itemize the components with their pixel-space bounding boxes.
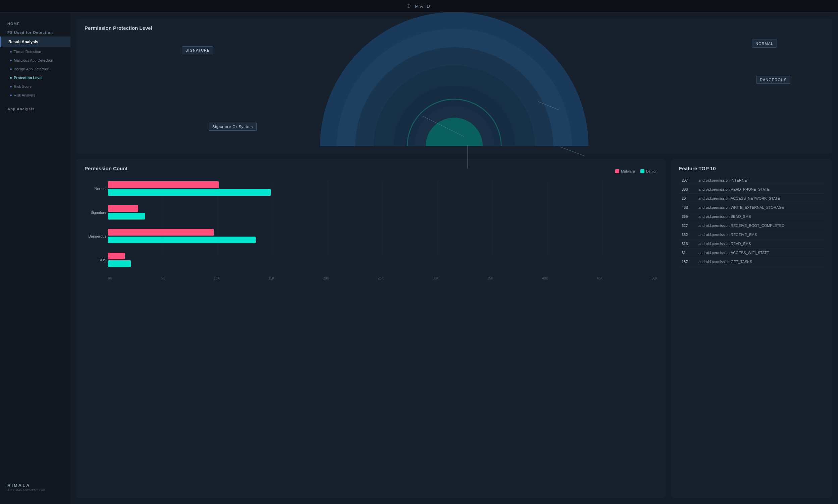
feature-row: 327 android.permission.RECEIVE_BOOT_COMP… [679,221,824,230]
sidebar-sub-risk-analysis[interactable]: Risk Analysis [0,91,70,100]
feature-count: 187 [679,257,696,266]
bar-dangerous-benign [108,237,256,243]
sidebar-section-app-analysis: App Analysis [0,104,70,113]
malware-dot [615,169,619,173]
bar-group-sos [108,253,131,267]
top-bar: ☉ MAID [0,0,838,13]
sidebar-sub-protection-level[interactable]: Protection Level [0,73,70,82]
x-label-10k: 10K [214,276,220,280]
sidebar: HOME FS Used for Detection Result Analys… [0,13,70,504]
dot-icon [10,94,12,96]
x-label-35k: 35K [488,276,494,280]
bar-normal-malware [108,181,219,188]
globe-icon: ☉ [407,3,412,9]
feature-permission: android.permission.WRITE_EXTERNAL_STORAG… [696,203,824,212]
sidebar-sub-label: Protection Level [14,76,42,80]
bar-sos-benign [108,260,131,267]
bar-sos-malware [108,253,125,259]
x-label-0k: 0K [108,276,112,280]
chart-legend: Malware Benign [615,169,657,173]
feature-count: 327 [679,221,696,230]
x-label-40k: 40K [542,276,548,280]
label-normal: NORMAL [752,39,777,48]
x-label-50k: 50K [651,276,657,280]
feature-permission: android.permission.ACCESS_WIFI_STATE [696,248,824,257]
dot-icon [10,51,12,53]
bar-group-dangerous [108,229,256,243]
feature-count: 207 [679,176,696,185]
bar-label-signature: Signature [85,211,106,214]
app-title: MAID [415,4,431,9]
bar-chart-wrapper: Normal Signature [85,181,657,290]
feature-row: 187 android.permission.GET_TASKS [679,257,824,266]
bar-label-dangerous: Dangerous [85,234,106,238]
feature-row: 207 android.permission.INTERNET [679,176,824,185]
x-label-5k: 5K [161,276,165,280]
sidebar-item-result-analysis[interactable]: Result Analysis [0,37,70,47]
x-label-45k: 45K [597,276,603,280]
feature-permission: android.permission.GET_TASKS [696,257,824,266]
x-label-20k: 20K [323,276,329,280]
legend-benign-label: Benign [646,169,657,173]
legend-malware-label: Malware [621,169,635,173]
feature-count: 365 [679,212,696,221]
legend-malware: Malware [615,169,635,173]
label-dangerous: DANGEROUS [756,76,790,84]
bar-normal-benign [108,189,271,196]
feature-permission: android.permission.SEND_SMS [696,212,824,221]
label-signature-or-system: Signature Or System [209,123,257,131]
sidebar-sub-label: Benign App Detection [14,67,49,71]
x-axis: 0K 5K 10K 15K 20K 25K 30K 35K 40K 45K 50… [85,276,657,280]
sidebar-sub-label: Threat Detection [14,50,41,54]
sidebar-sub-risk-score[interactable]: Risk Score [0,82,70,91]
chart-header: Permission Count Malware Benign [85,165,657,177]
feature-row: 31 android.permission.ACCESS_WIFI_STATE [679,248,824,257]
feature-count: 20 [679,194,696,203]
feature-permission: android.permission.RECEIVE_BOOT_COMPLETE… [696,221,824,230]
feature-table: 207 android.permission.INTERNET 308 andr… [679,176,824,266]
main-layout: HOME FS Used for Detection Result Analys… [0,13,838,504]
feature-row: 438 android.permission.WRITE_EXTERNAL_ST… [679,203,824,212]
feature-title: Feature TOP 10 [679,165,824,171]
feature-row: 365 android.permission.SEND_SMS [679,212,824,221]
sidebar-section-fs: FS Used for Detection [0,28,70,37]
sidebar-sub-benign-app[interactable]: Benign App Detection [0,65,70,73]
sidebar-sub-malicious-app[interactable]: Malicious App Detection [0,56,70,65]
feature-count: 438 [679,203,696,212]
bar-chart: Normal Signature [85,181,657,290]
sidebar-section-home: HOME [0,19,70,28]
sidebar-logo: RIMALA A BY MANAGEMENT LAB [0,478,70,497]
bar-signature-malware [108,205,138,212]
bar-dangerous-malware [108,229,214,236]
label-signature: SIGNATURE [182,46,213,54]
feature-permission: android.permission.ACCESS_NETWORK_STATE [696,194,824,203]
sidebar-nav: HOME FS Used for Detection Result Analys… [0,19,70,478]
feature-count: 316 [679,239,696,248]
sidebar-sub-label: Risk Score [14,85,32,88]
semicircle-chart [303,43,605,147]
feature-top10-panel: Feature TOP 10 207 android.permission.IN… [671,159,832,498]
bar-row-signature: Signature [108,205,657,219]
feature-row: 316 android.permission.READ_SMS [679,239,824,248]
feature-row: 20 android.permission.ACCESS_NETWORK_STA… [679,194,824,203]
protection-level-panel: Permission Protection Level [76,18,832,154]
bar-signature-benign [108,213,145,219]
feature-permission: android.permission.READ_SMS [696,239,824,248]
permission-count-title: Permission Count [85,165,127,171]
x-label-30k: 30K [433,276,439,280]
sidebar-sub-label: Risk Analysis [14,93,36,97]
permission-count-panel: Permission Count Malware Benign [76,159,666,498]
feature-count: 31 [679,248,696,257]
feature-permission: android.permission.RECEIVE_SMS [696,230,824,239]
content: Permission Protection Level [70,13,838,504]
feature-row: 308 android.permission.READ_PHONE_STATE [679,185,824,194]
sidebar-sub-label: Malicious App Detection [14,58,53,62]
feature-permission: android.permission.INTERNET [696,176,824,185]
feature-count: 308 [679,185,696,194]
dot-icon [10,68,12,70]
sidebar-sub-threat-detection[interactable]: Threat Detection [0,47,70,56]
bar-row-dangerous: Dangerous [108,229,657,243]
dot-icon-active [10,77,12,79]
bottom-row: Permission Count Malware Benign [76,159,832,498]
svg-line-2 [560,147,585,156]
